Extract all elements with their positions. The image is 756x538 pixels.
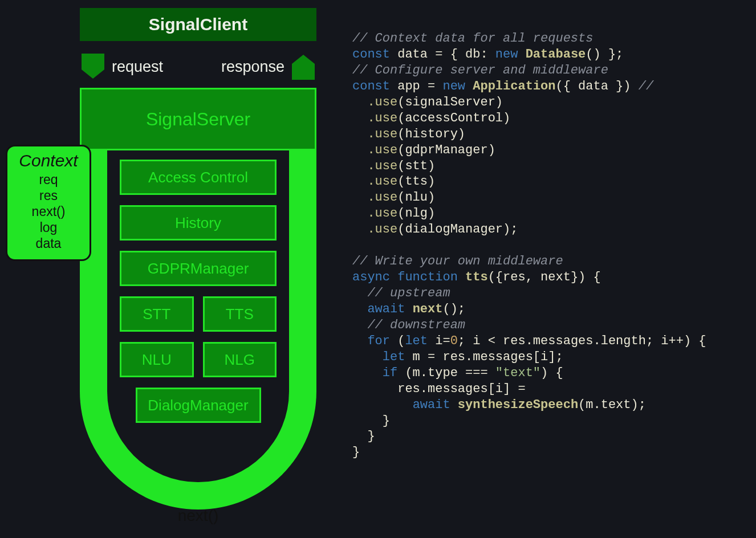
code-keyword: if [383, 366, 397, 380]
code-punc: ; i < res.messages.length; i++) { [458, 334, 706, 348]
code-ident: dialogManager [405, 222, 503, 237]
architecture-diagram: SignalClient request response SignalServ… [6, 8, 328, 532]
code-method: .use [367, 143, 397, 157]
code-number: 0 [450, 334, 458, 348]
code-call: next [413, 302, 443, 316]
code-keyword: const [352, 47, 390, 62]
code-punc: (); [442, 302, 465, 316]
mw-tts: TTS [203, 296, 277, 332]
mw-gdpr: GDPRManager [120, 251, 277, 286]
code-method: .use [367, 95, 397, 109]
mw-label: History [175, 214, 221, 232]
mw-stt: STT [120, 296, 194, 332]
mw-history: History [120, 205, 277, 241]
arrow-up-icon [290, 54, 316, 80]
code-class: Database [526, 47, 586, 62]
mw-label: GDPRManager [148, 260, 249, 278]
mw-nlu: NLU [120, 342, 194, 377]
middleware-stack: Access Control History GDPRManager STT T… [120, 160, 277, 423]
code-ident: tts [405, 174, 428, 189]
code-punc: : [480, 47, 495, 62]
context-box: Context req res next() log data [6, 145, 91, 261]
context-item: next() [7, 203, 90, 219]
request-response-row: request response [80, 54, 316, 80]
code-comment: // upstream [367, 286, 450, 300]
mw-row-lang: NLU NLG [120, 342, 277, 377]
code-ident: data [397, 47, 428, 62]
code-method: .use [367, 222, 397, 237]
code-punc: (m.text); [578, 398, 646, 412]
code-punc: = { [428, 47, 465, 62]
code-ident: app [397, 79, 420, 93]
code-keyword: for [367, 334, 390, 348]
context-items: req res next() log data [7, 172, 90, 251]
code-comment: // Configure server and middleware [352, 63, 608, 78]
code-ident: signalServer [405, 95, 495, 109]
mw-label: DialogManager [148, 397, 248, 414]
code-keyword: await [367, 302, 405, 316]
code-keyword: function [397, 270, 458, 284]
code-keyword: async [352, 270, 390, 284]
code-punc: m = res.messages[i]; [405, 350, 563, 364]
code-keyword: await [413, 398, 450, 412]
code-method: .use [367, 159, 397, 173]
code-string: "text" [495, 366, 540, 380]
context-item: log [7, 219, 90, 235]
code-listing: // Context data for all requests const d… [352, 31, 751, 460]
code-keyword: const [352, 79, 390, 93]
code-keyword: let [405, 334, 428, 348]
pipe-next-label: next() [80, 507, 316, 525]
mw-label: STT [143, 305, 170, 323]
code-ident: accessControl [405, 111, 503, 125]
code-comment: // [639, 79, 653, 93]
code-ident: db [465, 47, 480, 62]
code-method: .use [367, 206, 397, 221]
mw-label: NLG [225, 351, 255, 369]
signal-client-label: SignalClient [149, 15, 247, 34]
response-marker: response [221, 54, 316, 80]
code-class: Application [473, 79, 555, 93]
code-punc: } [367, 429, 375, 443]
context-title: Context [7, 151, 90, 170]
code-punc: = [420, 79, 443, 93]
mw-nlg: NLG [203, 342, 277, 377]
code-punc: } [383, 414, 390, 428]
context-item: req [7, 172, 90, 188]
code-comment: // Context data for all requests [352, 31, 593, 46]
mw-dialog-manager: DialogManager [136, 388, 261, 423]
code-comment: // Write your own middleware [352, 254, 563, 268]
code-ident: gdprManager [405, 143, 487, 157]
code-call: synthesizeSpeech [458, 398, 578, 412]
code-method: .use [367, 190, 397, 205]
signal-server-label: SignalServer [146, 109, 250, 130]
mw-label: Access Control [148, 169, 248, 186]
code-ident: nlg [405, 206, 428, 221]
mw-access-control: Access Control [120, 160, 277, 195]
code-punc: ({res, next}) { [488, 270, 601, 284]
code-keyword: let [383, 350, 405, 364]
code-ident: nlu [405, 190, 428, 205]
code-punc: } [352, 445, 360, 459]
code-method: .use [367, 127, 397, 141]
code-fn-name: tts [465, 270, 488, 284]
request-label: request [112, 58, 163, 76]
code-ident: stt [405, 159, 428, 173]
code-punc: (m.type === [397, 366, 495, 380]
mw-label: NLU [142, 351, 172, 369]
code-punc: ( [390, 334, 405, 348]
response-label: response [221, 58, 284, 76]
mw-row-speech: STT TTS [120, 296, 277, 332]
code-keyword: new [495, 47, 518, 62]
arrow-down-icon [80, 54, 106, 80]
context-item: data [7, 235, 90, 251]
context-item: res [7, 188, 90, 203]
code-punc: res.messages[i] = [352, 382, 526, 396]
code-method: .use [367, 174, 397, 189]
code-method: .use [367, 111, 397, 125]
code-keyword: new [442, 79, 465, 93]
signal-client-box: SignalClient [80, 8, 316, 41]
code-comment: // downstream [367, 318, 465, 332]
code-punc: i= [428, 334, 450, 348]
mw-label: TTS [226, 305, 254, 323]
signal-server-box: SignalServer [80, 88, 316, 150]
